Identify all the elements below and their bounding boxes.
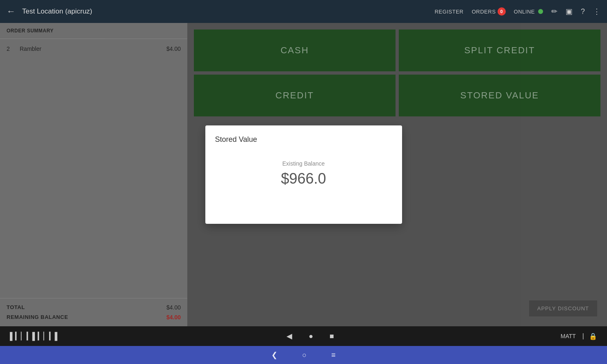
online-label: ONLINE xyxy=(514,9,535,15)
topbar-right: REGISTER ORDERS 0 ONLINE ✏ ▣ ? ⋮ xyxy=(434,7,600,16)
blue-back-button[interactable]: ❮ xyxy=(271,350,277,359)
android-recents-button[interactable]: ■ xyxy=(330,332,334,341)
separator: | xyxy=(582,332,584,340)
lock-icon[interactable]: 🔒 xyxy=(589,332,597,340)
stored-value-modal: Stored Value Existing Balance $966.0 xyxy=(205,125,402,224)
android-nav: ▌▎▏▎▌▎▏▎▌ ◀ ● ■ MATT | 🔒 xyxy=(0,326,607,346)
online-indicator xyxy=(538,9,543,14)
orders-label: ORDERS xyxy=(472,9,496,15)
balance-value: $966.0 xyxy=(215,170,392,187)
modal-overlay: Stored Value Existing Balance $966.0 xyxy=(0,23,607,326)
android-back-button[interactable]: ◀ xyxy=(286,332,292,341)
screen-icon[interactable]: ▣ xyxy=(566,7,573,16)
android-home-button[interactable]: ● xyxy=(309,332,313,341)
android-nav-right: MATT | 🔒 xyxy=(561,332,597,340)
balance-label: Existing Balance xyxy=(215,160,392,167)
barcode-icon: ▌▎▏▎▌▎▏▎▌ xyxy=(10,332,60,341)
barcode-section: ▌▎▏▎▌▎▏▎▌ xyxy=(10,332,60,341)
orders-badge: 0 xyxy=(498,7,506,16)
blue-home-button[interactable]: ○ xyxy=(302,351,307,359)
modal-title: Stored Value xyxy=(215,135,392,144)
pencil-icon[interactable]: ✏ xyxy=(551,7,557,16)
blue-bar: ❮ ○ ≡ xyxy=(0,346,607,364)
blue-menu-button[interactable]: ≡ xyxy=(331,351,336,359)
help-icon[interactable]: ? xyxy=(581,7,585,16)
android-nav-center: ◀ ● ■ xyxy=(286,332,334,341)
topbar-title: Test Location (apicruz) xyxy=(22,7,430,16)
more-icon[interactable]: ⋮ xyxy=(593,7,600,16)
user-label: MATT xyxy=(561,333,576,339)
orders-section[interactable]: ORDERS 0 xyxy=(472,7,506,16)
topbar: ← Test Location (apicruz) REGISTER ORDER… xyxy=(0,0,607,23)
back-button[interactable]: ← xyxy=(7,6,16,17)
register-button[interactable]: REGISTER xyxy=(434,9,463,15)
online-section: ONLINE xyxy=(514,9,543,15)
